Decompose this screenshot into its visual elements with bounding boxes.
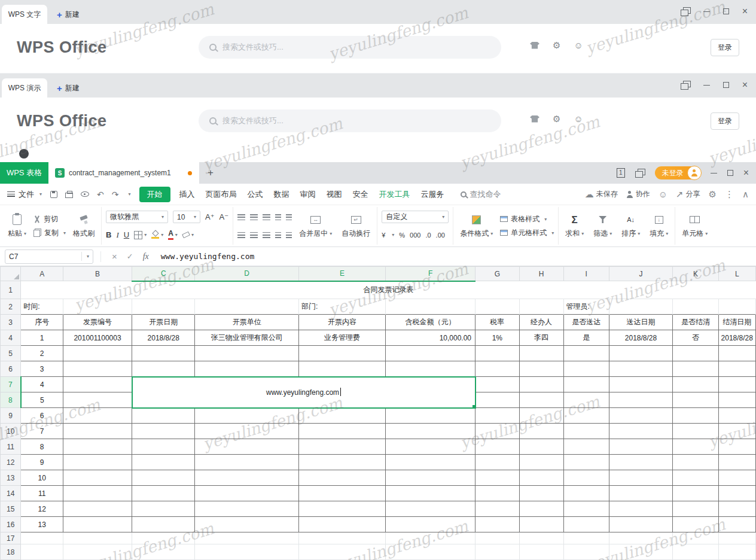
cell-K10[interactable] (673, 424, 718, 439)
cell-G9[interactable] (475, 408, 520, 424)
cell-H6[interactable] (519, 361, 563, 377)
cell-H7[interactable] (519, 377, 563, 392)
row-header-6[interactable]: 6 (1, 361, 21, 377)
cell-C2[interactable] (132, 299, 195, 315)
cell-A15[interactable]: 12 (21, 501, 63, 517)
insert-function-icon[interactable]: fx (143, 252, 149, 261)
row-header-13[interactable]: 13 (1, 470, 21, 486)
switch-windows-icon[interactable] (681, 7, 690, 16)
cell-D5[interactable] (195, 346, 298, 361)
cell-C13[interactable] (132, 470, 195, 486)
cell-I11[interactable] (563, 439, 609, 455)
cell-A14[interactable]: 11 (21, 486, 63, 501)
cell-G16[interactable] (475, 517, 520, 532)
format-painter-button[interactable]: 格式刷 (71, 213, 97, 239)
confirm-entry-icon[interactable]: ✓ (127, 252, 133, 261)
maximize-icon[interactable] (723, 82, 729, 88)
font-size-select[interactable]: 10▾ (173, 211, 200, 223)
cell-L15[interactable] (718, 501, 755, 517)
cell-H13[interactable] (519, 470, 563, 486)
cell-J14[interactable] (609, 486, 672, 501)
cell-G11[interactable] (475, 439, 520, 455)
sort-button[interactable]: A↓ 排序▾ (619, 213, 642, 239)
cell-E18[interactable] (298, 544, 385, 560)
cell-E2[interactable]: 部门: (298, 299, 385, 315)
cell-H2[interactable] (519, 299, 563, 315)
row-header-12[interactable]: 12 (1, 455, 21, 470)
settings-gear-icon[interactable]: ⚙ (709, 190, 717, 199)
cell-J7[interactable] (609, 377, 672, 392)
cell-H18[interactable] (519, 544, 563, 560)
skin-theme-icon[interactable] (530, 42, 539, 49)
cell-I4[interactable]: 是 (563, 330, 609, 346)
cell-I10[interactable] (563, 424, 609, 439)
cell-H14[interactable] (519, 486, 563, 501)
cell-B5[interactable] (63, 346, 132, 361)
cell-C18[interactable] (132, 544, 195, 560)
cell-F17[interactable] (386, 532, 475, 544)
cell-K5[interactable] (673, 346, 718, 361)
cell-K3[interactable]: 是否结清 (673, 315, 718, 330)
print-button[interactable] (65, 193, 73, 198)
skin-theme-icon[interactable] (530, 115, 539, 123)
cell-E17[interactable] (298, 532, 385, 544)
row-header-17[interactable]: 17 (1, 532, 21, 544)
cell-A12[interactable]: 9 (21, 455, 63, 470)
cell-D3[interactable]: 开票单位 (195, 315, 298, 330)
cell-B15[interactable] (63, 501, 132, 517)
save-button[interactable] (50, 191, 57, 198)
column-header-C[interactable]: C (132, 267, 195, 281)
number-format-select[interactable]: 自定义▾ (382, 211, 449, 223)
cell-B9[interactable] (63, 408, 132, 424)
formula-input[interactable]: www.yeyulingfeng.com (154, 252, 756, 261)
cell-C15[interactable] (132, 501, 195, 517)
cell-K8[interactable] (673, 392, 718, 408)
cell-K18[interactable] (673, 544, 718, 560)
row-header-1[interactable]: 1 (1, 281, 21, 299)
close-icon[interactable]: × (742, 80, 748, 90)
column-header-J[interactable]: J (609, 267, 672, 281)
filter-button[interactable]: 筛选▾ (591, 213, 614, 239)
presentation-search-bar[interactable]: 搜索文件或技巧... (199, 109, 501, 132)
cell-J16[interactable] (609, 517, 672, 532)
undo-button[interactable]: ↶ (97, 190, 104, 199)
cell-J6[interactable] (609, 361, 672, 377)
tab-3[interactable]: 公式 (242, 189, 269, 200)
align-center-icon[interactable] (250, 232, 258, 238)
cell-G13[interactable] (475, 470, 520, 486)
cell-F11[interactable] (386, 439, 475, 455)
cell-B12[interactable] (63, 455, 132, 470)
cell-A17[interactable] (21, 532, 63, 544)
cell-F5[interactable] (386, 346, 475, 361)
cell-L4[interactable]: 2018/8/28 (718, 330, 755, 346)
cell-E10[interactable] (298, 424, 385, 439)
thousands-format-button[interactable]: 000 (410, 232, 420, 239)
window-count-badge[interactable]: 1 (617, 168, 625, 178)
cell-A13[interactable]: 10 (21, 470, 63, 486)
cell-K12[interactable] (673, 455, 718, 470)
cell-K16[interactable] (673, 517, 718, 532)
cell-H4[interactable]: 李四 (519, 330, 563, 346)
cell-H10[interactable] (519, 424, 563, 439)
cell-J15[interactable] (609, 501, 672, 517)
cell-G2[interactable] (475, 299, 520, 315)
cell-D4[interactable]: 张三物业管理有限公司 (195, 330, 298, 346)
cancel-entry-icon[interactable]: × (112, 251, 117, 261)
writer-new-tab-button[interactable]: + 新建 (57, 5, 80, 24)
cell-I3[interactable]: 是否送达 (563, 315, 609, 330)
cell-B2[interactable] (63, 299, 132, 315)
merge-center-button[interactable]: ↔ 合并居中▾ (297, 213, 334, 239)
cell-K6[interactable] (673, 361, 718, 377)
row-header-5[interactable]: 5 (1, 346, 21, 361)
cell-F16[interactable] (386, 517, 475, 532)
cell-F13[interactable] (386, 470, 475, 486)
cell-F3[interactable]: 含税金额（元） (386, 315, 475, 330)
close-icon[interactable]: × (743, 168, 749, 178)
cell-L7[interactable] (718, 377, 755, 392)
minimize-icon[interactable] (703, 85, 710, 86)
column-header-G[interactable]: G (475, 267, 520, 281)
cell-L17[interactable] (718, 532, 755, 544)
tab-4[interactable]: 数据 (269, 189, 295, 200)
cell-L16[interactable] (718, 517, 755, 532)
cell-L11[interactable] (718, 439, 755, 455)
